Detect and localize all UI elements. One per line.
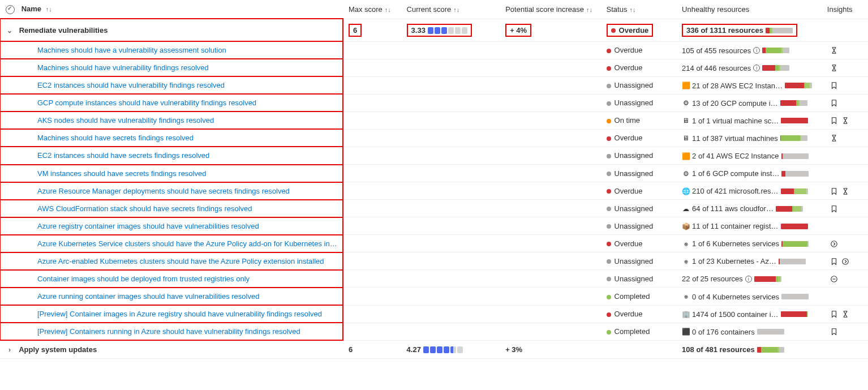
header-potential-increase[interactable]: Potential score increase↑↓ bbox=[500, 0, 600, 19]
recommendation-link[interactable]: GCP compute instances should have vulner… bbox=[37, 98, 256, 107]
recommendation-link[interactable]: Machines should have a vulnerability ass… bbox=[37, 46, 226, 54]
arm-icon: 🌐 bbox=[682, 187, 690, 195]
bookmark-icon[interactable] bbox=[830, 116, 839, 125]
recommendation-name-cell[interactable]: EC2 instances should have secrets findin… bbox=[0, 147, 343, 164]
recommendation-link[interactable]: Machines should have vulnerability findi… bbox=[37, 63, 209, 72]
recommendation-link[interactable]: AKS nodes should have vulnerability find… bbox=[37, 116, 214, 125]
circlechev-icon[interactable] bbox=[841, 256, 850, 265]
table-row[interactable]: Machines should have a vulnerability ass… bbox=[0, 41, 868, 59]
hourglass-icon[interactable] bbox=[841, 310, 850, 319]
recommendation-link[interactable]: VM instances should have secrets finding… bbox=[37, 169, 206, 178]
recommendation-name-cell[interactable]: VM instances should have secrets finding… bbox=[0, 165, 343, 182]
recommendation-name-cell[interactable]: [Preview] Container images in Azure regi… bbox=[0, 305, 343, 323]
table-row[interactable]: GCP compute instances should have vulner… bbox=[0, 94, 868, 112]
recommendation-link[interactable]: Azure Kubernetes Service clusters should… bbox=[37, 239, 337, 248]
recommendation-name-cell[interactable]: Machines should have vulnerability findi… bbox=[0, 59, 343, 76]
recommendation-link[interactable]: EC2 instances should have secrets findin… bbox=[37, 151, 209, 160]
table-row[interactable]: VM instances should have secrets finding… bbox=[0, 165, 868, 182]
recommendation-name-cell[interactable]: Azure Resource Manager deployments shoul… bbox=[0, 182, 343, 200]
recommendation-name-cell[interactable]: AKS nodes should have vulnerability find… bbox=[0, 112, 343, 129]
sort-icon[interactable]: ↑↓ bbox=[586, 6, 592, 13]
table-row[interactable]: Machines should have vulnerability findi… bbox=[0, 59, 868, 76]
bookmark-icon[interactable] bbox=[830, 204, 839, 213]
hourglass-icon[interactable] bbox=[841, 186, 850, 195]
recommendation-name-cell[interactable]: EC2 instances should have vulnerability … bbox=[0, 76, 343, 94]
chevron-right-icon[interactable]: › bbox=[6, 346, 14, 354]
recommendation-name-cell[interactable]: AWS CloudFormation stack should have sec… bbox=[0, 200, 343, 217]
table-row[interactable]: EC2 instances should have vulnerability … bbox=[0, 76, 868, 94]
sort-icon[interactable]: ↑↓ bbox=[385, 6, 391, 13]
recommendation-link[interactable]: Azure registry container images should h… bbox=[37, 222, 259, 230]
status-dot bbox=[607, 189, 611, 194]
circlechev-icon[interactable] bbox=[830, 239, 839, 248]
chevron-down-icon[interactable]: ⌄ bbox=[6, 27, 14, 35]
sort-icon[interactable]: ↑↓ bbox=[453, 6, 459, 13]
recommendation-name-cell[interactable]: Azure Arc-enabled Kubernetes clusters sh… bbox=[0, 252, 343, 270]
recommendation-link[interactable]: Azure running container images should ha… bbox=[37, 292, 259, 301]
bookmark-icon[interactable] bbox=[830, 310, 839, 319]
status-dot bbox=[607, 101, 611, 106]
hourglass-icon[interactable] bbox=[830, 46, 839, 55]
recommendation-name-cell[interactable]: GCP compute instances should have vulner… bbox=[0, 94, 343, 112]
group-apply-updates-row[interactable]: › Apply system updates 6 4.27 + 3% 108 o… bbox=[0, 340, 868, 358]
table-row[interactable]: [Preview] Container images in Azure regi… bbox=[0, 305, 868, 323]
table-row[interactable]: AWS CloudFormation stack should have sec… bbox=[0, 200, 868, 217]
bookmark-icon[interactable] bbox=[830, 98, 839, 108]
header-max-score[interactable]: Max score↑↓ bbox=[343, 0, 401, 19]
status-dot bbox=[607, 242, 611, 246]
table-row[interactable]: EC2 instances should have secrets findin… bbox=[0, 147, 868, 164]
recommendation-name-cell[interactable]: Container images should be deployed from… bbox=[0, 270, 343, 288]
recommendation-name-cell[interactable]: [Preview] Containers running in Azure sh… bbox=[0, 323, 343, 340]
info-icon[interactable]: i bbox=[745, 276, 752, 282]
table-row[interactable]: [Preview] Containers running in Azure sh… bbox=[0, 323, 868, 340]
select-all-icon[interactable] bbox=[6, 5, 15, 14]
recommendation-name-cell[interactable]: Machines should have secrets findings re… bbox=[0, 129, 343, 147]
recommendation-link[interactable]: Azure Arc-enabled Kubernetes clusters sh… bbox=[37, 257, 324, 265]
status-cell: On time bbox=[601, 112, 677, 129]
status-dot bbox=[607, 330, 611, 335]
table-row[interactable]: Container images should be deployed from… bbox=[0, 270, 868, 288]
recommendation-link[interactable]: Container images should be deployed from… bbox=[37, 275, 250, 283]
group-status-cell: Overdue bbox=[601, 19, 677, 41]
header-name[interactable]: Name ↑↓ bbox=[0, 0, 343, 19]
header-status[interactable]: Status↑↓ bbox=[601, 0, 677, 19]
recommendation-link[interactable]: Azure Resource Manager deployments shoul… bbox=[37, 187, 290, 195]
table-row[interactable]: Azure Arc-enabled Kubernetes clusters sh… bbox=[0, 252, 868, 270]
bookmark-icon[interactable] bbox=[830, 327, 839, 336]
group-remediate-row[interactable]: ⌄ Remediate vulnerabilities 6 3.33 + 4% … bbox=[0, 19, 868, 41]
hourglass-icon[interactable] bbox=[830, 134, 839, 143]
table-row[interactable]: AKS nodes should have vulnerability find… bbox=[0, 112, 868, 129]
table-row[interactable]: Azure running container images should ha… bbox=[0, 288, 868, 305]
recommendation-name-cell[interactable]: Azure registry container images should h… bbox=[0, 217, 343, 235]
minus-icon[interactable] bbox=[830, 274, 839, 283]
bookmark-icon[interactable] bbox=[830, 81, 839, 90]
table-row[interactable]: Azure Resource Manager deployments shoul… bbox=[0, 182, 868, 200]
recommendation-name-cell[interactable]: Machines should have a vulnerability ass… bbox=[0, 41, 343, 59]
table-row[interactable]: Azure Kubernetes Service clusters should… bbox=[0, 235, 868, 252]
bookmark-icon[interactable] bbox=[830, 256, 839, 265]
info-icon[interactable]: i bbox=[753, 65, 760, 71]
header-current-score[interactable]: Current score↑↓ bbox=[401, 0, 500, 19]
recommendation-link[interactable]: AWS CloudFormation stack should have sec… bbox=[37, 204, 252, 213]
group2-name-cell[interactable]: › Apply system updates bbox=[0, 340, 343, 358]
info-icon[interactable]: i bbox=[753, 47, 760, 54]
hourglass-icon[interactable] bbox=[830, 63, 839, 72]
table-row[interactable]: Azure registry container images should h… bbox=[0, 217, 868, 235]
recommendation-name-cell[interactable]: Azure running container images should ha… bbox=[0, 288, 343, 305]
recommendation-link[interactable]: EC2 instances should have vulnerability … bbox=[37, 81, 225, 89]
recommendation-link[interactable]: Machines should have secrets findings re… bbox=[37, 134, 194, 142]
recommendation-link[interactable]: [Preview] Containers running in Azure sh… bbox=[37, 327, 300, 336]
recommendation-name-cell[interactable]: Azure Kubernetes Service clusters should… bbox=[0, 235, 343, 252]
k8s-icon: ⎈ bbox=[682, 240, 690, 248]
group-name-cell[interactable]: ⌄ Remediate vulnerabilities bbox=[0, 19, 343, 41]
hourglass-icon[interactable] bbox=[841, 116, 850, 125]
svg-point-0 bbox=[831, 241, 837, 247]
recommendation-link[interactable]: [Preview] Container images in Azure regi… bbox=[37, 310, 322, 318]
vmss-icon: 🖥 bbox=[682, 117, 690, 125]
vm-icon: 🖥 bbox=[682, 134, 690, 142]
insights-cell bbox=[822, 59, 868, 76]
bookmark-icon[interactable] bbox=[830, 186, 839, 195]
sort-icon[interactable]: ↑↓ bbox=[629, 6, 635, 13]
sort-icon[interactable]: ↑↓ bbox=[46, 6, 52, 12]
table-row[interactable]: Machines should have secrets findings re… bbox=[0, 129, 868, 147]
